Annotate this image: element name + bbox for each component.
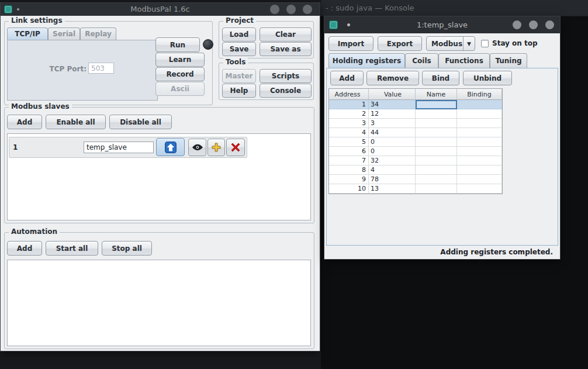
console-button[interactable]: Console: [260, 84, 312, 98]
tab-functions[interactable]: Functions: [438, 53, 490, 68]
cell-address[interactable]: 6: [329, 147, 369, 156]
stop-all-button[interactable]: Stop all: [102, 241, 152, 256]
cell-name[interactable]: [416, 128, 457, 137]
main-titlebar[interactable]: ModbusPal 1.6c: [1, 3, 320, 16]
cell-address[interactable]: 9: [329, 175, 369, 184]
table-row[interactable]: 2 12: [329, 109, 502, 119]
cell-value[interactable]: 78: [369, 175, 416, 184]
slave-minimize-button[interactable]: [513, 20, 521, 29]
table-row[interactable]: 7 32: [329, 156, 502, 165]
cell-value[interactable]: 0: [369, 137, 416, 147]
cell-value[interactable]: 34: [369, 100, 416, 109]
cell-binding[interactable]: [457, 147, 502, 156]
table-row[interactable]: 6 0: [329, 147, 502, 156]
cell-binding[interactable]: [457, 109, 502, 119]
cell-binding[interactable]: [457, 119, 502, 128]
slave-enable-toggle[interactable]: [156, 138, 185, 156]
cell-name[interactable]: [416, 137, 457, 147]
close-button[interactable]: [303, 5, 312, 14]
cell-value[interactable]: 44: [369, 128, 416, 137]
cell-address[interactable]: 1: [329, 100, 369, 109]
cell-binding[interactable]: [457, 128, 502, 137]
help-button[interactable]: Help: [222, 84, 256, 98]
konsole-titlebar[interactable]: - : sudo java — Konsole: [321, 0, 588, 16]
cell-address[interactable]: 5: [329, 137, 369, 147]
cell-binding[interactable]: [457, 156, 502, 165]
scripts-button[interactable]: Scripts: [260, 69, 312, 83]
cell-binding[interactable]: [457, 175, 502, 184]
table-row[interactable]: 10 13: [329, 184, 502, 194]
tcp-port-input[interactable]: [88, 63, 114, 74]
slave-duplicate-button[interactable]: [207, 139, 225, 156]
cell-value[interactable]: 13: [369, 184, 416, 194]
tab-tuning[interactable]: Tuning: [490, 53, 527, 68]
tab-holding-registers[interactable]: Holding registers: [328, 53, 405, 68]
add-register-button[interactable]: Add: [330, 71, 364, 85]
enable-all-button[interactable]: Enable all: [46, 115, 106, 129]
tab-serial[interactable]: Serial: [48, 27, 80, 40]
cell-binding[interactable]: [457, 184, 502, 194]
export-button[interactable]: Export: [378, 36, 422, 51]
table-row[interactable]: 3 3: [329, 119, 502, 128]
slave-close-button[interactable]: [545, 20, 554, 29]
add-slave-button[interactable]: Add: [7, 115, 42, 129]
cell-address[interactable]: 8: [329, 165, 369, 175]
cell-binding[interactable]: [457, 100, 502, 109]
cell-binding[interactable]: [457, 165, 502, 175]
table-row[interactable]: 9 78: [329, 175, 502, 184]
column-header-binding[interactable]: Binding: [457, 89, 502, 100]
cell-value[interactable]: 32: [369, 156, 416, 165]
tab-coils[interactable]: Coils: [405, 53, 438, 68]
cell-name[interactable]: [416, 165, 457, 175]
cell-value[interactable]: 12: [369, 109, 416, 119]
save-button[interactable]: Save: [222, 42, 256, 56]
slave-name-input[interactable]: [84, 142, 154, 153]
stay-on-top-checkbox[interactable]: [481, 40, 489, 47]
tab-replay[interactable]: Replay: [80, 27, 116, 40]
run-button[interactable]: Run: [155, 37, 200, 52]
slave-titlebar[interactable]: 1:temp_slave: [324, 16, 560, 33]
cell-name[interactable]: [416, 119, 457, 128]
cell-name[interactable]: [416, 156, 457, 165]
cell-binding[interactable]: [457, 137, 502, 147]
column-header-value[interactable]: Value: [369, 89, 416, 100]
learn-button[interactable]: Learn: [155, 53, 205, 67]
cell-name[interactable]: [416, 109, 457, 119]
modbus-protocol-select[interactable]: Modbus ▼: [426, 36, 475, 51]
disable-all-button[interactable]: Disable all: [109, 115, 172, 129]
table-row[interactable]: 4 44: [329, 128, 502, 137]
column-header-address[interactable]: Address: [329, 89, 369, 100]
column-header-name[interactable]: Name: [416, 89, 457, 100]
import-button[interactable]: Import: [328, 36, 373, 51]
start-all-button[interactable]: Start all: [46, 241, 98, 256]
tab-tcpip[interactable]: TCP/IP: [7, 27, 48, 40]
cell-name[interactable]: [416, 184, 457, 194]
maximize-button[interactable]: [286, 5, 296, 14]
remove-register-button[interactable]: Remove: [366, 71, 419, 85]
cell-address[interactable]: 4: [329, 128, 369, 137]
cell-address[interactable]: 7: [329, 156, 369, 165]
slave-delete-button[interactable]: [226, 139, 245, 156]
cell-address[interactable]: 2: [329, 109, 369, 119]
load-button[interactable]: Load: [222, 27, 256, 42]
record-button[interactable]: Record: [155, 67, 205, 81]
cell-name[interactable]: [416, 175, 457, 184]
clear-button[interactable]: Clear: [260, 27, 312, 42]
cell-name[interactable]: [416, 147, 457, 156]
cell-address[interactable]: 3: [329, 119, 369, 128]
unbind-button[interactable]: Unbind: [463, 71, 512, 85]
cell-address[interactable]: 10: [329, 184, 369, 194]
cell-value[interactable]: 3: [369, 119, 416, 128]
slave-maximize-button[interactable]: [529, 20, 538, 29]
cell-name[interactable]: [416, 100, 457, 109]
add-automation-button[interactable]: Add: [7, 241, 42, 256]
table-row[interactable]: 1 34: [329, 100, 502, 109]
slave-view-button[interactable]: [188, 139, 206, 156]
cell-value[interactable]: 4: [369, 165, 416, 175]
minimize-button[interactable]: [270, 5, 279, 14]
save-as-button[interactable]: Save as: [260, 42, 312, 56]
table-row[interactable]: 8 4: [329, 165, 502, 175]
cell-value[interactable]: 0: [369, 147, 416, 156]
table-row[interactable]: 5 0: [329, 137, 502, 147]
bind-button[interactable]: Bind: [422, 71, 459, 85]
